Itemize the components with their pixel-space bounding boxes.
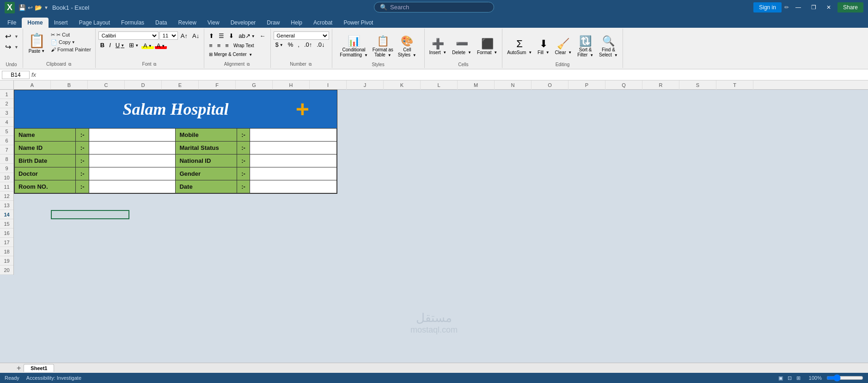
cell-styles-button[interactable]: 🎨 CellStyles ▼: [396, 34, 418, 58]
cut-button[interactable]: ✂ ✂ Cut: [49, 31, 92, 38]
col-Q[interactable]: Q: [605, 80, 642, 90]
italic-button[interactable]: I: [107, 41, 113, 49]
format-painter-button[interactable]: 🖌 Format Painter: [49, 46, 92, 53]
tab-home[interactable]: Home: [22, 18, 48, 28]
align-middle-button[interactable]: ☰: [217, 31, 226, 40]
format-as-table-button[interactable]: 📋 Format asTable ▼: [371, 34, 395, 58]
decrease-decimal-button[interactable]: .0↓: [315, 41, 326, 49]
sort-filter-button[interactable]: 🔃 Sort &Filter ▼: [575, 34, 595, 58]
col-P[interactable]: P: [568, 80, 605, 90]
bold-button[interactable]: B: [98, 41, 106, 49]
page-break-view-button[interactable]: ⊞: [796, 375, 801, 381]
restore-button[interactable]: ❐: [807, 3, 820, 12]
tab-power-pivot[interactable]: Power Pivot: [338, 18, 379, 28]
value-date[interactable]: [250, 180, 337, 193]
col-F[interactable]: F: [199, 80, 236, 90]
cell-reference-input[interactable]: [2, 71, 30, 79]
col-S[interactable]: S: [679, 80, 716, 90]
font-expand[interactable]: ⧉: [153, 61, 157, 68]
underline-button[interactable]: U▼: [114, 41, 126, 49]
row-16[interactable]: 16: [0, 229, 13, 238]
conditional-formatting-button[interactable]: 📊 ConditionalFormatting ▼: [338, 34, 370, 58]
add-sheet-button[interactable]: +: [14, 364, 24, 372]
minimize-button[interactable]: —: [792, 3, 805, 12]
redo-dropdown[interactable]: ▼: [13, 44, 19, 50]
row-4[interactable]: 4: [0, 117, 13, 127]
tab-view[interactable]: View: [202, 18, 225, 28]
row-3[interactable]: 3: [0, 108, 13, 117]
wrap-text-button[interactable]: Wrap Text: [232, 42, 256, 49]
tab-insert[interactable]: Insert: [49, 18, 73, 28]
align-top-button[interactable]: ⬆: [207, 31, 216, 40]
row-17[interactable]: 17: [0, 238, 13, 247]
orientation-button[interactable]: ab↗▼: [237, 31, 257, 40]
save-icon[interactable]: 💾: [18, 4, 26, 11]
currency-button[interactable]: $▼: [274, 41, 285, 49]
clear-button[interactable]: 🧹 Clear ▼: [553, 37, 574, 56]
row-15[interactable]: 15: [0, 219, 13, 229]
share-button[interactable]: Share: [837, 2, 863, 12]
col-B[interactable]: B: [51, 80, 88, 90]
col-J[interactable]: J: [347, 80, 384, 90]
undo-quick-icon[interactable]: ↩: [28, 4, 33, 11]
fill-button[interactable]: ⬇ Fill ▼: [536, 37, 551, 56]
paste-button[interactable]: 📋 Paste ▼: [26, 31, 48, 55]
row-12[interactable]: 12: [0, 192, 13, 201]
alignment-expand[interactable]: ⧉: [246, 61, 251, 68]
percent-button[interactable]: %: [286, 41, 295, 49]
value-mobile[interactable]: [250, 129, 337, 142]
tab-page-layout[interactable]: Page Layout: [73, 18, 116, 28]
increase-decimal-button[interactable]: .0↑: [302, 41, 314, 49]
col-M[interactable]: M: [458, 80, 495, 90]
row-7[interactable]: 7: [0, 145, 13, 154]
formula-input[interactable]: [38, 71, 866, 79]
value-doctor[interactable]: [89, 167, 176, 180]
col-N[interactable]: N: [495, 80, 532, 90]
value-name[interactable]: [89, 129, 176, 142]
autosum-button[interactable]: Σ AutoSum ▼: [505, 37, 534, 56]
row-10[interactable]: 10: [0, 173, 13, 182]
redo-button[interactable]: ↪: [3, 42, 13, 52]
col-L[interactable]: L: [421, 80, 458, 90]
row-6[interactable]: 6: [0, 136, 13, 145]
sheet-tab-sheet1[interactable]: Sheet1: [24, 364, 54, 372]
merge-center-button[interactable]: ⊞ Merge & Center ▼: [207, 51, 254, 58]
tab-file[interactable]: File: [2, 18, 22, 28]
copy-button[interactable]: 📄 Copy ▼: [49, 39, 92, 46]
row-1[interactable]: 1: [0, 90, 13, 99]
row-5[interactable]: 5: [0, 127, 13, 136]
insert-button[interactable]: ➕ Insert ▼: [428, 37, 449, 56]
font-color-button[interactable]: A▼: [155, 42, 167, 49]
col-K[interactable]: K: [384, 80, 421, 90]
sign-in-button[interactable]: Sign in: [753, 2, 782, 12]
col-O[interactable]: O: [532, 80, 568, 90]
align-bottom-button[interactable]: ⬇: [227, 31, 236, 40]
value-birth-date[interactable]: [89, 154, 176, 167]
tab-help[interactable]: Help: [285, 18, 308, 28]
undo-button[interactable]: ↩: [3, 31, 13, 41]
number-expand[interactable]: ⧉: [308, 61, 312, 68]
font-size-select[interactable]: 11: [159, 31, 178, 40]
row-9[interactable]: 9: [0, 164, 13, 173]
value-name-id[interactable]: [89, 142, 176, 154]
format-button[interactable]: ⬛ Format ▼: [475, 37, 499, 56]
close-button[interactable]: ✕: [823, 3, 835, 12]
col-T[interactable]: T: [716, 80, 753, 90]
align-right-button[interactable]: ≡: [223, 41, 231, 50]
row-2[interactable]: 2: [0, 99, 13, 108]
page-layout-view-button[interactable]: ⊡: [788, 375, 792, 381]
delete-button[interactable]: ➖ Delete ▼: [450, 37, 473, 56]
row-18[interactable]: 18: [0, 247, 13, 256]
tab-draw[interactable]: Draw: [261, 18, 285, 28]
col-I[interactable]: I: [310, 80, 347, 90]
col-R[interactable]: R: [642, 80, 679, 90]
value-room-no[interactable]: [89, 180, 176, 193]
tab-acrobat[interactable]: Acrobat: [308, 18, 338, 28]
font-name-select[interactable]: Calibri: [98, 31, 159, 40]
col-C[interactable]: C: [88, 80, 125, 90]
indent-decrease-button[interactable]: ←: [258, 31, 268, 40]
design-mode-icon[interactable]: ✏: [784, 4, 789, 11]
tab-formulas[interactable]: Formulas: [116, 18, 150, 28]
row-11[interactable]: 11: [0, 182, 13, 192]
align-left-button[interactable]: ≡: [207, 41, 214, 50]
